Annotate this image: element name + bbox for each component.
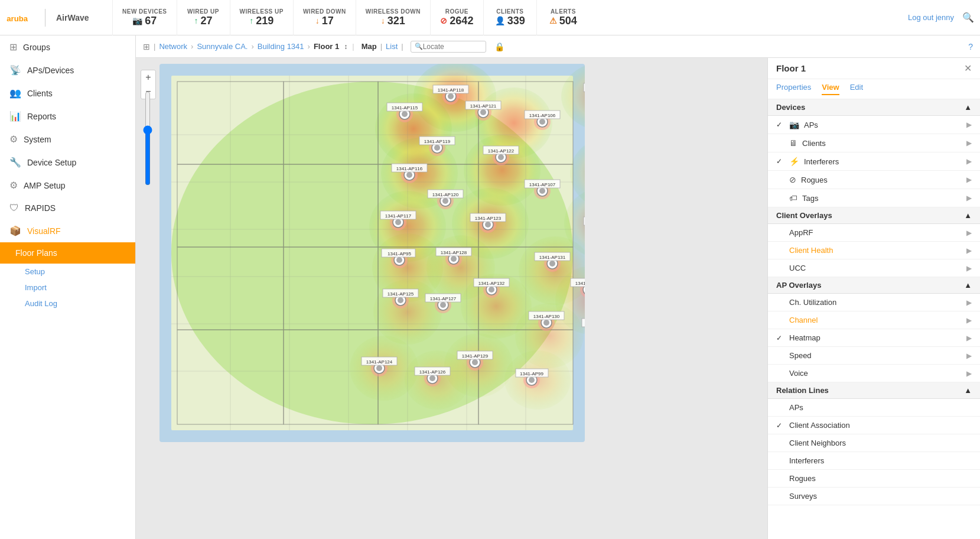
stat-alerts-value: 504 bbox=[559, 15, 577, 27]
stat-wired-up[interactable]: WIRED UP ↑ 27 bbox=[177, 0, 230, 35]
voice-label: Voice bbox=[789, 369, 808, 378]
panel-item-client-health[interactable]: ✓ Client Health ▶ bbox=[768, 242, 980, 259]
panel-item-heatmap[interactable]: ✓ Heatmap ▶ bbox=[768, 329, 980, 347]
sidebar-item-groups[interactable]: ⊞ Groups bbox=[0, 35, 135, 59]
amp-setup-icon: ⚙ bbox=[9, 180, 18, 191]
sidebar-item-clients[interactable]: 👥 Clients bbox=[0, 82, 135, 105]
panel-item-ch-utilization[interactable]: ✓ Ch. Utilization ▶ bbox=[768, 294, 980, 311]
sidebar-item-label: VisualRF bbox=[27, 226, 61, 236]
sidebar-sub-label: Floor Plans bbox=[15, 248, 57, 258]
panel-item-aps[interactable]: ✓ 📷 APs ▶ bbox=[768, 116, 980, 134]
panel-item-ucc[interactable]: ✓ UCC ▶ bbox=[768, 259, 980, 277]
floor-plan-svg: 1341-AP118 1341-AP10 bbox=[159, 64, 585, 442]
lock-icon[interactable]: 🔒 bbox=[494, 42, 504, 51]
tags-arrow-icon: ▶ bbox=[966, 194, 972, 202]
sidebar-item-label: System bbox=[24, 135, 51, 144]
tab-edit[interactable]: Edit bbox=[850, 83, 863, 95]
aps-label: APs bbox=[804, 121, 818, 129]
panel-item-rl-aps[interactable]: ✓ APs bbox=[768, 399, 980, 417]
sidebar-item-rapids[interactable]: 🛡 RAPIDS bbox=[0, 197, 135, 219]
tab-list[interactable]: List bbox=[386, 42, 398, 51]
sidebar-item-device-setup[interactable]: 🔧 Device Setup bbox=[0, 151, 135, 174]
svg-point-62 bbox=[448, 93, 454, 99]
ap-overlays-section-header[interactable]: AP Overlays ▲ bbox=[768, 277, 980, 294]
sidebar-item-reports[interactable]: 📊 Reports bbox=[0, 105, 135, 128]
panel-item-apprf[interactable]: ✓ AppRF ▶ bbox=[768, 224, 980, 242]
client-overlays-section-header[interactable]: Client Overlays ▲ bbox=[768, 207, 980, 224]
devices-chevron-icon: ▲ bbox=[964, 103, 972, 112]
logout-link[interactable]: Log out jenny bbox=[908, 13, 954, 22]
stat-wireless-down[interactable]: WIRELESS DOWN ↓ 321 bbox=[356, 0, 430, 35]
panel-item-rogues[interactable]: ✓ ⊘ Rogues ▶ bbox=[768, 171, 980, 189]
system-icon: ⚙ bbox=[9, 134, 18, 145]
panel-close-button[interactable]: ✕ bbox=[964, 63, 972, 74]
aps-item-icon: 📷 bbox=[789, 120, 799, 129]
zoom-in-button[interactable]: + bbox=[141, 70, 155, 85]
stat-clients[interactable]: CLIENTS 👤 339 bbox=[483, 0, 536, 35]
panel-item-speed[interactable]: ✓ Speed ▶ bbox=[768, 347, 980, 365]
floor-nav-arrows[interactable]: ↕ bbox=[344, 43, 347, 51]
heatmap-label: Heatmap bbox=[789, 333, 821, 342]
stat-wireless-up[interactable]: WIRELESS UP ↑ 219 bbox=[230, 0, 293, 35]
stat-wireless-down-value: 321 bbox=[388, 15, 405, 27]
stat-rogue-value: 2642 bbox=[450, 15, 473, 27]
stat-new-devices[interactable]: NEW DEVICES 📷 67 bbox=[112, 0, 177, 35]
stat-wireless-up-value: 219 bbox=[256, 15, 274, 27]
panel-item-rl-interferers[interactable]: ✓ Interferers bbox=[768, 452, 980, 470]
bc-location1[interactable]: Sunnyvale CA. bbox=[197, 42, 248, 51]
sidebar-item-system[interactable]: ⚙ System bbox=[0, 128, 135, 151]
help-icon[interactable]: ? bbox=[968, 42, 973, 51]
stat-alerts[interactable]: ALERTS ⚠ 504 bbox=[536, 0, 590, 35]
panel-tabs: Properties View Edit bbox=[768, 79, 980, 99]
devices-section-header[interactable]: Devices ▲ bbox=[768, 99, 980, 116]
sidebar-item-visualrf[interactable]: 📦 VisualRF bbox=[0, 219, 135, 242]
sidebar-sub-setup[interactable]: Setup bbox=[0, 264, 135, 280]
tab-view[interactable]: View bbox=[822, 83, 839, 95]
client-assoc-check-icon: ✓ bbox=[776, 421, 784, 430]
svg-point-157 bbox=[396, 257, 402, 263]
panel-item-interferers[interactable]: ✓ ⚡ Interferers ▶ bbox=[768, 152, 980, 171]
stat-clients-label: CLIENTS bbox=[496, 8, 523, 15]
tab-map[interactable]: Map bbox=[362, 42, 377, 51]
interferers-arrow-icon: ▶ bbox=[966, 157, 972, 165]
surveys-label: Surveys bbox=[789, 492, 817, 501]
ch-util-label: Ch. Utilization bbox=[789, 298, 836, 307]
panel-item-client-association[interactable]: ✓ Client Association bbox=[768, 417, 980, 434]
tab-properties[interactable]: Properties bbox=[776, 83, 811, 95]
map-area[interactable]: + − bbox=[136, 58, 767, 539]
panel-item-channel[interactable]: ✓ Channel ▶ bbox=[768, 311, 980, 329]
stat-wired-up-value: 27 bbox=[201, 15, 213, 27]
svg-rect-208 bbox=[582, 319, 585, 327]
sidebar-sub-audit-log[interactable]: Audit Log bbox=[0, 296, 135, 311]
stat-rogue[interactable]: ROGUE ⊘ 2642 bbox=[430, 0, 483, 35]
panel-item-voice[interactable]: ✓ Voice ▶ bbox=[768, 365, 980, 382]
svg-text:1341-AP115: 1341-AP115 bbox=[392, 105, 418, 111]
panel-item-client-neighbors[interactable]: ✓ Client Neighbors bbox=[768, 434, 980, 452]
voice-arrow-icon: ▶ bbox=[966, 369, 972, 378]
client-overlays-label: Client Overlays bbox=[776, 211, 832, 220]
ap-overlays-label: AP Overlays bbox=[776, 281, 821, 290]
stat-wired-down[interactable]: WIRED DOWN ↓ 17 bbox=[293, 0, 356, 35]
content-area: ⊞ | Network › Sunnyvale CA. › Building 1… bbox=[136, 35, 980, 539]
svg-text:1341-AP128: 1341-AP128 bbox=[441, 250, 467, 255]
locate-input[interactable] bbox=[423, 43, 482, 51]
zoom-slider[interactable] bbox=[143, 91, 152, 186]
svg-point-92 bbox=[539, 119, 545, 125]
sidebar-sub-import[interactable]: Import bbox=[0, 280, 135, 296]
panel-item-rl-rogues[interactable]: ✓ Rogues bbox=[768, 470, 980, 488]
sidebar-item-aps-devices[interactable]: 📡 APs/Devices bbox=[0, 59, 135, 82]
panel-item-tags[interactable]: ✓ 🏷 Tags ▶ bbox=[768, 189, 980, 207]
search-icon[interactable]: 🔍 bbox=[962, 12, 974, 23]
panel-item-clients[interactable]: ✓ 🖥 Clients ▶ bbox=[768, 134, 980, 152]
wired-down-icon: ↓ bbox=[315, 16, 320, 25]
zoom-slider-container bbox=[143, 91, 152, 186]
panel-item-surveys[interactable]: ✓ Surveys bbox=[768, 488, 980, 505]
bc-network[interactable]: Network bbox=[159, 42, 187, 51]
bc-arrow3: › bbox=[308, 42, 310, 51]
bc-location2[interactable]: Building 1341 bbox=[258, 42, 304, 51]
sidebar-item-floor-plans[interactable]: Floor Plans bbox=[0, 242, 135, 264]
relation-lines-section-header[interactable]: Relation Lines ▲ bbox=[768, 382, 980, 399]
aps-check-icon: ✓ bbox=[776, 121, 784, 129]
svg-text:1341-AP117: 1341-AP117 bbox=[385, 213, 412, 219]
sidebar-item-amp-setup[interactable]: ⚙ AMP Setup bbox=[0, 174, 135, 197]
